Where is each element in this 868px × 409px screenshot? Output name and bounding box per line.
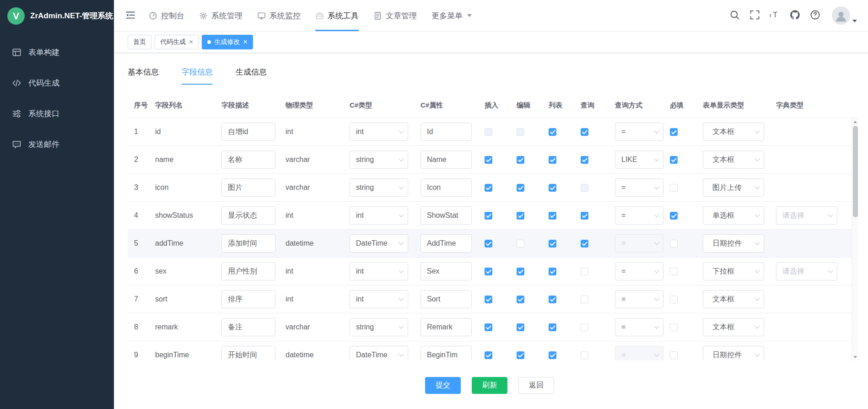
scrollbar-thumb[interactable] — [853, 126, 858, 217]
required-checkbox[interactable] — [670, 212, 678, 220]
required-checkbox[interactable] — [670, 351, 678, 359]
insert-checkbox[interactable] — [485, 351, 492, 359]
csharp-type-select[interactable]: int — [350, 290, 408, 308]
query-checkbox[interactable] — [581, 128, 588, 136]
scroll-up-button[interactable] — [852, 118, 858, 125]
field-description-input[interactable] — [221, 318, 275, 336]
csharp-type-select[interactable]: int — [350, 123, 408, 141]
query-method-select[interactable]: = — [615, 290, 663, 308]
top-nav-article-manage[interactable]: 文章管理 — [373, 0, 417, 31]
query-method-select[interactable]: = — [615, 262, 663, 280]
query-method-select[interactable]: = — [615, 123, 663, 141]
table-scrollbar[interactable] — [852, 118, 858, 361]
github-button[interactable] — [790, 10, 800, 22]
edit-checkbox[interactable] — [517, 212, 524, 220]
list-checkbox[interactable] — [549, 184, 556, 192]
display-type-select[interactable]: 文本框 — [703, 318, 764, 336]
csharp-property-input[interactable] — [421, 290, 472, 308]
required-checkbox[interactable] — [670, 296, 678, 303]
csharp-property-input[interactable] — [421, 151, 472, 169]
csharp-type-select[interactable]: int — [350, 262, 408, 280]
list-checkbox[interactable] — [549, 323, 556, 331]
display-type-select[interactable]: 单选框 — [703, 206, 764, 225]
edit-checkbox[interactable] — [517, 323, 524, 331]
field-description-input[interactable] — [221, 290, 275, 308]
list-checkbox[interactable] — [549, 128, 556, 136]
field-description-input[interactable] — [221, 151, 275, 169]
sidebar-item-system-api[interactable]: 系统接口 — [0, 98, 114, 129]
csharp-property-input[interactable] — [421, 178, 472, 197]
csharp-property-input[interactable] — [421, 206, 472, 225]
display-type-select[interactable]: 日期控件 — [703, 346, 764, 361]
csharp-property-input[interactable] — [421, 318, 472, 336]
required-checkbox[interactable] — [670, 184, 678, 192]
user-menu[interactable] — [832, 6, 857, 25]
insert-checkbox[interactable] — [485, 323, 492, 331]
insert-checkbox[interactable] — [485, 184, 492, 192]
query-method-select[interactable]: = — [615, 318, 663, 336]
top-nav-console[interactable]: 控制台 — [149, 0, 184, 31]
field-description-input[interactable] — [221, 123, 275, 141]
csharp-type-select[interactable]: DateTime — [350, 234, 408, 253]
insert-checkbox[interactable] — [485, 268, 492, 275]
query-checkbox[interactable] — [581, 156, 588, 164]
query-method-select[interactable]: LIKE — [615, 151, 663, 169]
top-nav-more-menu[interactable]: 更多菜单 — [431, 0, 472, 31]
tab-basic-info[interactable]: 基本信息 — [128, 61, 159, 85]
csharp-property-input[interactable] — [421, 234, 472, 253]
sidebar-item-send-mail[interactable]: 发送邮件 — [0, 129, 114, 160]
help-button[interactable] — [810, 10, 820, 22]
csharp-type-select[interactable]: string — [350, 318, 408, 336]
search-button[interactable] — [729, 10, 740, 22]
top-nav-system-monitor[interactable]: 系统监控 — [257, 0, 301, 31]
list-checkbox[interactable] — [549, 296, 556, 303]
edit-checkbox[interactable] — [517, 351, 524, 359]
list-checkbox[interactable] — [549, 268, 556, 275]
csharp-type-select[interactable]: DateTime — [350, 346, 408, 361]
query-method-select[interactable]: = — [615, 178, 663, 197]
edit-checkbox[interactable] — [517, 156, 524, 164]
csharp-property-input[interactable] — [421, 346, 472, 361]
edit-checkbox[interactable] — [517, 240, 524, 248]
field-description-input[interactable] — [221, 206, 275, 225]
font-size-button[interactable]: tT — [770, 10, 780, 22]
tag-code-gen[interactable]: 代码生成× — [155, 35, 199, 49]
insert-checkbox[interactable] — [485, 296, 492, 303]
tab-gen-info[interactable]: 生成信息 — [236, 61, 267, 85]
query-checkbox[interactable] — [581, 296, 588, 303]
close-icon[interactable]: × — [189, 38, 193, 46]
csharp-type-select[interactable]: string — [350, 151, 408, 169]
list-checkbox[interactable] — [549, 156, 556, 164]
field-description-input[interactable] — [221, 262, 275, 280]
display-type-select[interactable]: 文本框 — [703, 151, 764, 169]
list-checkbox[interactable] — [549, 212, 556, 220]
insert-checkbox[interactable] — [485, 240, 492, 248]
required-checkbox[interactable] — [670, 128, 678, 136]
query-checkbox[interactable] — [581, 351, 588, 359]
sidebar-item-code-gen[interactable]: 代码生成 — [0, 68, 114, 98]
insert-checkbox[interactable] — [485, 212, 492, 220]
required-checkbox[interactable] — [670, 156, 678, 164]
tag-gen-edit[interactable]: 生成修改× — [202, 35, 253, 49]
back-button[interactable]: 返回 — [518, 377, 554, 394]
display-type-select[interactable]: 图片上传 — [703, 178, 764, 197]
sidebar-item-form-build[interactable]: 表单构建 — [0, 37, 114, 68]
dict-type-select[interactable]: 请选择 — [776, 262, 837, 280]
list-checkbox[interactable] — [549, 351, 556, 359]
edit-checkbox[interactable] — [517, 268, 524, 275]
required-checkbox[interactable] — [670, 240, 678, 248]
list-checkbox[interactable] — [549, 240, 556, 248]
required-checkbox[interactable] — [670, 323, 678, 331]
query-checkbox[interactable] — [581, 268, 588, 275]
display-type-select[interactable]: 日期控件 — [703, 234, 764, 253]
submit-button[interactable]: 提交 — [425, 377, 461, 394]
edit-checkbox[interactable] — [517, 296, 524, 303]
csharp-type-select[interactable]: int — [350, 206, 408, 225]
field-description-input[interactable] — [221, 178, 275, 197]
scroll-down-button[interactable] — [852, 353, 858, 361]
field-description-input[interactable] — [221, 346, 275, 361]
query-checkbox[interactable] — [581, 323, 588, 331]
fullscreen-button[interactable] — [749, 10, 760, 22]
csharp-property-input[interactable] — [421, 123, 472, 141]
display-type-select[interactable]: 文本框 — [703, 123, 764, 141]
